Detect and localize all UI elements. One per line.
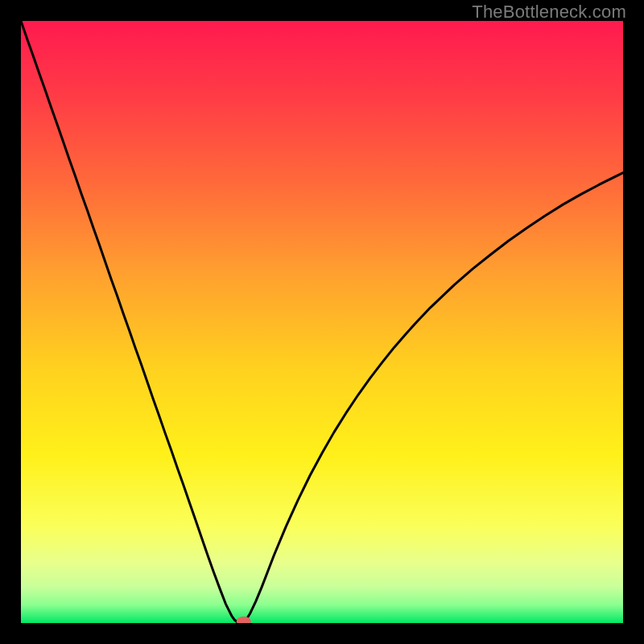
chart-frame: TheBottleneck.com — [0, 0, 644, 644]
chart-svg — [21, 21, 623, 623]
plot-area — [21, 21, 623, 623]
chart-background — [21, 21, 623, 623]
watermark-text: TheBottleneck.com — [472, 2, 626, 23]
